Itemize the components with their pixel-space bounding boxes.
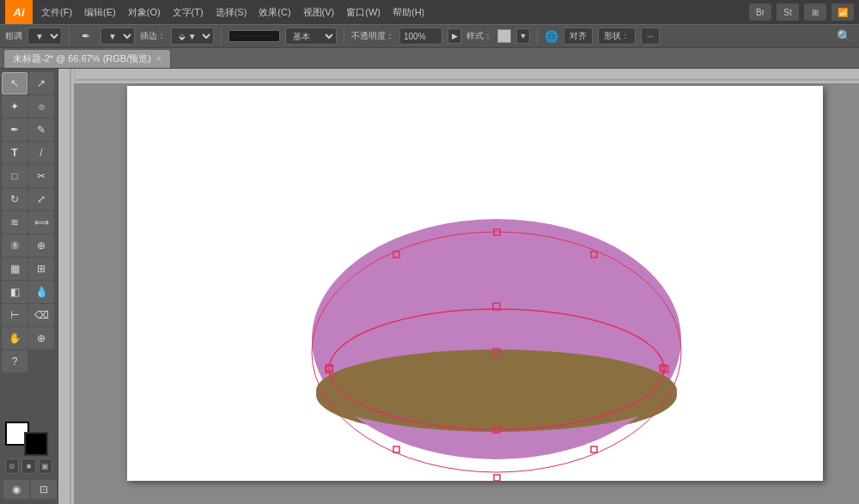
adjust-label: 粗调 bbox=[5, 30, 22, 42]
title-bar: Ai 文件(F) 编辑(E) 对象(O) 文字(T) 选择(S) 效果(C) 视… bbox=[0, 0, 859, 24]
ruler-left bbox=[58, 69, 74, 504]
pencil-tool[interactable]: ✎ bbox=[28, 118, 54, 141]
stock-icon[interactable]: St bbox=[777, 3, 799, 21]
artwork-svg bbox=[127, 86, 823, 481]
mesh-tool[interactable]: ⊞ bbox=[28, 258, 54, 280]
document-tab[interactable]: 未标题-2* @ 66.67% (RGB/预览) × bbox=[3, 49, 171, 68]
menu-bar: 文件(F) 编辑(E) 对象(O) 文字(T) 选择(S) 效果(C) 视图(V… bbox=[36, 4, 746, 21]
tool-row-6: ↻ ⤢ bbox=[2, 188, 56, 210]
ai-logo: Ai bbox=[5, 0, 33, 24]
tool-row-4: T / bbox=[2, 142, 56, 164]
zoom-tool[interactable]: ⊕ bbox=[28, 327, 54, 349]
warp-tool[interactable]: ≋ bbox=[2, 211, 27, 234]
svg-rect-0 bbox=[76, 69, 859, 83]
style-swatch[interactable] bbox=[497, 29, 511, 43]
column-graph-tool[interactable]: ▦ bbox=[2, 258, 27, 280]
shape-button[interactable]: 形状： bbox=[598, 27, 636, 45]
disc-overlap bbox=[316, 349, 677, 432]
canvas-page bbox=[127, 86, 823, 481]
tool-row-8: ⑧ ⊕ bbox=[2, 234, 56, 257]
measure-tool[interactable]: ⊢ bbox=[2, 304, 27, 326]
divider-2 bbox=[221, 27, 222, 45]
stroke-swatch[interactable] bbox=[24, 432, 48, 456]
menu-edit[interactable]: 编辑(E) bbox=[79, 4, 121, 21]
menu-view[interactable]: 视图(V) bbox=[298, 4, 340, 21]
blend-tool[interactable]: ⑧ bbox=[2, 234, 27, 257]
color-area: ⊘ ■ ▣ bbox=[2, 418, 56, 477]
insert-select[interactable]: ⬙ ▼ bbox=[171, 27, 214, 45]
symbol-tool[interactable]: ⊕ bbox=[28, 234, 54, 257]
main-area: ↖ ↗ ✦ ⌾ ✒ ✎ T / □ ✂ ↻ ⤢ ≋ ⟺ ⑧ ⊕ bbox=[0, 69, 859, 504]
menu-object[interactable]: 对象(O) bbox=[123, 4, 166, 21]
gradient-swatch[interactable]: ▣ bbox=[39, 458, 52, 474]
style-label: 样式： bbox=[466, 30, 492, 42]
adjust-select[interactable]: ▼ bbox=[27, 27, 62, 45]
bbox-anchor-bottom bbox=[494, 475, 500, 481]
menu-file[interactable]: 文件(F) bbox=[36, 4, 77, 21]
more-button[interactable]: ··· bbox=[641, 27, 660, 45]
menu-help[interactable]: 帮助(H) bbox=[387, 4, 430, 21]
color-icon[interactable]: ■ bbox=[21, 458, 35, 474]
pen-tool[interactable]: ✒ bbox=[2, 118, 27, 141]
stroke-select[interactable]: 基本 bbox=[285, 27, 337, 45]
menu-select[interactable]: 选择(S) bbox=[210, 4, 253, 21]
tool-row-5: □ ✂ bbox=[2, 165, 56, 187]
stroke-line bbox=[233, 35, 276, 37]
tool-row-9: ▦ ⊞ bbox=[2, 258, 56, 280]
rect-tool[interactable]: □ bbox=[2, 165, 27, 187]
width-tool[interactable]: ⟺ bbox=[28, 211, 54, 234]
tool-row-2: ✦ ⌾ bbox=[2, 95, 56, 118]
tab-bar: 未标题-2* @ 66.67% (RGB/预览) × bbox=[0, 48, 859, 69]
question-tool[interactable]: ? bbox=[2, 350, 27, 373]
pen-select[interactable]: ▼ bbox=[101, 27, 135, 45]
style-dropdown[interactable]: ▼ bbox=[516, 28, 530, 44]
tool-row-7: ≋ ⟺ bbox=[2, 211, 56, 234]
none-icon[interactable]: ⊘ bbox=[5, 458, 19, 474]
gradient-tool[interactable]: ◧ bbox=[2, 281, 27, 303]
signal-icon[interactable]: 📶 bbox=[832, 3, 854, 21]
fill-stroke-box bbox=[5, 422, 48, 456]
tab-close-button[interactable]: × bbox=[156, 54, 161, 64]
globe-icon[interactable]: 🌐 bbox=[545, 30, 558, 43]
tool-row-3: ✒ ✎ bbox=[2, 118, 56, 141]
menu-window[interactable]: 窗口(W) bbox=[341, 4, 386, 21]
search-icon[interactable]: 🔍 bbox=[833, 26, 854, 46]
canvas-area bbox=[58, 69, 859, 504]
screen-mode-icon[interactable]: ⊡ bbox=[31, 480, 57, 499]
insert-label: 插边： bbox=[140, 30, 166, 42]
menu-effect[interactable]: 效果(C) bbox=[253, 4, 295, 21]
opacity-expand[interactable]: ▶ bbox=[448, 28, 461, 44]
rotate-tool[interactable]: ↻ bbox=[2, 188, 27, 210]
ruler-top bbox=[58, 69, 859, 84]
divider-4 bbox=[537, 27, 538, 45]
eyedropper-tool[interactable]: 💧 bbox=[28, 281, 54, 303]
magic-wand-tool[interactable]: ✦ bbox=[2, 95, 27, 118]
grid-icon[interactable]: ⊞ bbox=[804, 3, 826, 21]
scale-tool[interactable]: ⤢ bbox=[28, 188, 54, 210]
eraser-tool[interactable]: ⌫ bbox=[28, 304, 54, 326]
hand-tool[interactable]: ✋ bbox=[2, 327, 27, 349]
ruler-left-svg bbox=[58, 69, 74, 504]
bbox-corner-br bbox=[591, 446, 597, 452]
divider-1 bbox=[69, 27, 70, 45]
type-tool[interactable]: T bbox=[2, 142, 27, 164]
toolbar: ↖ ↗ ✦ ⌾ ✒ ✎ T / □ ✂ ↻ ⤢ ≋ ⟺ ⑧ ⊕ bbox=[0, 69, 58, 504]
direct-select-tool[interactable]: ↗ bbox=[28, 72, 54, 94]
opacity-input[interactable] bbox=[399, 27, 442, 45]
stroke-preview bbox=[228, 30, 280, 42]
color-mode-icon[interactable]: ◉ bbox=[3, 480, 29, 499]
bbox-corner-bl bbox=[393, 446, 399, 452]
opacity-label: 不透明度： bbox=[351, 30, 394, 42]
pen-tool-icon: ✒ bbox=[76, 27, 95, 46]
tool-row-question: ? bbox=[2, 350, 56, 373]
bridge-icon[interactable]: Br bbox=[749, 3, 771, 21]
svg-rect-2 bbox=[58, 69, 74, 504]
menu-text[interactable]: 文字(T) bbox=[168, 4, 209, 21]
select-tool[interactable]: ↖ bbox=[2, 72, 27, 94]
scissors-tool[interactable]: ✂ bbox=[28, 165, 54, 187]
lasso-tool[interactable]: ⌾ bbox=[28, 95, 54, 118]
line-tool[interactable]: / bbox=[28, 142, 54, 164]
tool-row-10: ◧ 💧 bbox=[2, 281, 56, 303]
align-button[interactable]: 对齐 bbox=[564, 27, 593, 45]
tab-title: 未标题-2* @ 66.67% (RGB/预览) bbox=[13, 52, 151, 65]
